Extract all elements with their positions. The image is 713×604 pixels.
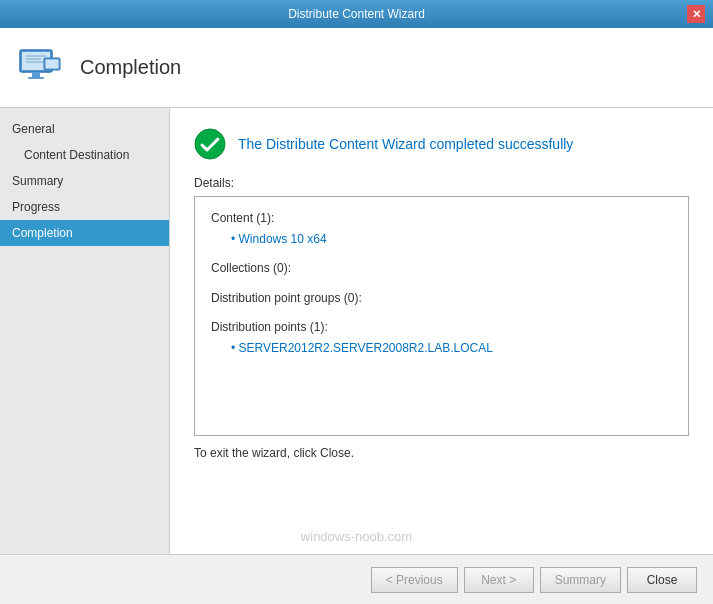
sidebar-item-content-destination[interactable]: Content Destination — [0, 142, 169, 168]
bottom-bar: < Previous Next > Summary Close — [0, 554, 713, 604]
wizard-step-title: Completion — [80, 56, 181, 79]
previous-button[interactable]: < Previous — [371, 567, 458, 593]
content-title: Content (1): — [211, 209, 672, 228]
details-label: Details: — [194, 176, 689, 190]
next-button[interactable]: Next > — [464, 567, 534, 593]
window-title: Distribute Content Wizard — [26, 7, 687, 21]
svg-rect-8 — [46, 59, 59, 68]
sidebar-item-completion[interactable]: Completion — [0, 220, 169, 246]
dist-points-title: Distribution points (1): — [211, 318, 672, 337]
sidebar-item-general[interactable]: General — [0, 116, 169, 142]
main-area: General Content Destination Summary Prog… — [0, 108, 713, 554]
success-icon — [194, 128, 226, 160]
sidebar: General Content Destination Summary Prog… — [0, 108, 170, 554]
success-header: The Distribute Content Wizard completed … — [194, 128, 689, 160]
summary-button[interactable]: Summary — [540, 567, 621, 593]
collections-section: Collections (0): — [211, 259, 672, 278]
svg-rect-5 — [32, 72, 40, 77]
close-button[interactable]: Close — [627, 567, 697, 593]
footer-note: To exit the wizard, click Close. — [194, 446, 689, 460]
close-window-button[interactable]: ✕ — [687, 5, 705, 23]
dist-point-item-0: SERVER2012R2.SERVER2008R2.LAB.LOCAL — [211, 339, 672, 358]
content-section: Content (1): Windows 10 x64 — [211, 209, 672, 249]
title-bar: Distribute Content Wizard ✕ — [0, 0, 713, 28]
details-box: Content (1): Windows 10 x64 Collections … — [194, 196, 689, 436]
svg-point-9 — [195, 129, 225, 159]
wizard-header-icon — [16, 44, 64, 92]
svg-rect-6 — [28, 77, 44, 79]
collections-title: Collections (0): — [211, 259, 672, 278]
content-item-0: Windows 10 x64 — [211, 230, 672, 249]
wizard-header: Completion — [0, 28, 713, 108]
content-area: The Distribute Content Wizard completed … — [170, 108, 713, 554]
sidebar-item-progress[interactable]: Progress — [0, 194, 169, 220]
dist-point-groups-section: Distribution point groups (0): — [211, 289, 672, 308]
success-message: The Distribute Content Wizard completed … — [238, 136, 573, 152]
sidebar-item-summary[interactable]: Summary — [0, 168, 169, 194]
dist-point-groups-title: Distribution point groups (0): — [211, 289, 672, 308]
dist-points-section: Distribution points (1): SERVER2012R2.SE… — [211, 318, 672, 358]
